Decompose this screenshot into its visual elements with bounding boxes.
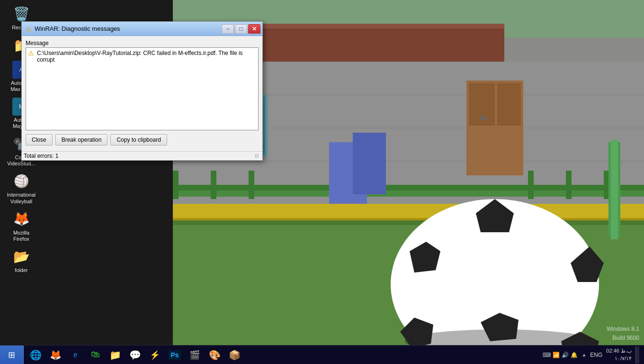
app2-icon: 🎬 bbox=[189, 350, 200, 360]
resize-grip-icon: ⊡ bbox=[255, 153, 260, 159]
svg-rect-19 bbox=[249, 171, 254, 199]
store-icon: 🛍 bbox=[91, 350, 99, 360]
taskbar-system-icons: ⌨ 📶 🔊 🔔 bbox=[543, 352, 578, 358]
icon-firefox[interactable]: 🦊 MozillaFirefox bbox=[2, 208, 40, 244]
message-item: ⚠ C:\Users\amin\Desktop\V-RayTutorial.zi… bbox=[28, 50, 256, 63]
dialog-statusbar: Total errors: 1 ⊡ bbox=[22, 151, 262, 160]
keyboard-icon: ⌨ bbox=[543, 352, 551, 358]
app1-icon: ⚡ bbox=[150, 350, 160, 360]
dialog-title: WinRAR: Diagnostic messages bbox=[35, 25, 120, 32]
taskbar: ⊞ 🌐 🦊 e 🛍 📁 💬 ⚡ bbox=[0, 345, 644, 364]
taskbar-app2[interactable]: 🎬 bbox=[185, 346, 204, 364]
taskbar-expand-btn[interactable]: ▲ bbox=[581, 352, 586, 357]
icon-firefox-label: MozillaFirefox bbox=[13, 230, 29, 242]
title-warning-icon: ⚠ bbox=[26, 25, 32, 33]
taskbar-firefox-icon: 🦊 bbox=[50, 349, 62, 361]
taskbar-firefox[interactable]: 🦊 bbox=[46, 346, 65, 364]
taskbar-explorer[interactable]: 📁 bbox=[106, 346, 125, 364]
taskbar-chrome[interactable]: 🌐 bbox=[26, 346, 45, 364]
maximize-button[interactable]: □ bbox=[235, 24, 247, 34]
taskbar-right: ⌨ 📶 🔊 🔔 ▲ ENG 02:46 ب.ظ ۱۰/۷/۱۴ bbox=[543, 346, 644, 364]
volume-icon: 🔊 bbox=[562, 352, 569, 358]
windows-version: Windows 8.1 Build 9600 bbox=[607, 325, 639, 343]
taskbar-store[interactable]: 🛍 bbox=[86, 346, 105, 364]
svg-rect-28 bbox=[173, 220, 644, 225]
win-version-line2: Build 9600 bbox=[607, 334, 639, 343]
show-desktop-button[interactable] bbox=[635, 346, 639, 364]
icon-volleyball-label: InternationalVolleyball bbox=[7, 192, 36, 204]
svg-rect-17 bbox=[173, 171, 179, 199]
taskbar-app1[interactable]: ⚡ bbox=[145, 346, 164, 364]
icon-folder-label: folder bbox=[15, 267, 28, 273]
skype-icon: 💬 bbox=[129, 349, 141, 361]
chrome-icon: 🌐 bbox=[30, 349, 42, 361]
photoshop-icon: Ps bbox=[169, 350, 180, 360]
svg-rect-24 bbox=[353, 133, 386, 194]
taskbar-language: ENG bbox=[590, 352, 602, 358]
folder-icon: 📂 bbox=[12, 247, 31, 266]
winrar-icon: 📦 bbox=[229, 349, 241, 361]
firefox-icon: 🦊 bbox=[12, 209, 31, 228]
dialog-window-controls: − □ ✕ bbox=[222, 24, 260, 34]
taskbar-paint[interactable]: 🎨 bbox=[205, 346, 224, 364]
ie-icon: e bbox=[73, 350, 77, 360]
taskbar-ie[interactable]: e bbox=[66, 346, 85, 364]
winrar-dialog: ⚠ WinRAR: Diagnostic messages − □ ✕ Mess… bbox=[21, 21, 263, 161]
message-warning-icon: ⚠ bbox=[28, 50, 34, 56]
svg-rect-20 bbox=[528, 171, 534, 199]
break-operation-button[interactable]: Break operation bbox=[55, 134, 108, 146]
dialog-content: Message ⚠ C:\Users\amin\Desktop\V-RayTut… bbox=[22, 36, 262, 151]
close-window-button[interactable]: ✕ bbox=[248, 24, 260, 34]
svg-rect-11 bbox=[481, 116, 486, 120]
dialog-titlebar: ⚠ WinRAR: Diagnostic messages − □ ✕ bbox=[22, 22, 262, 36]
message-list: ⚠ C:\Users\amin\Desktop\V-RayTutorial.zi… bbox=[26, 47, 259, 130]
taskbar-time: 02:46 ب.ظ bbox=[606, 347, 632, 355]
svg-rect-16 bbox=[173, 185, 644, 191]
taskbar-date: ۱۰/۷/۱۴ bbox=[606, 355, 632, 362]
volleyball-icon: 🏐 bbox=[12, 172, 31, 191]
win-version-line1: Windows 8.1 bbox=[607, 325, 639, 334]
message-label: Message bbox=[26, 40, 259, 46]
minimize-button[interactable]: − bbox=[222, 24, 234, 34]
taskbar-winrar[interactable]: 📦 bbox=[225, 346, 244, 364]
copy-to-clipboard-button[interactable]: Copy to clipboard bbox=[110, 134, 167, 146]
svg-rect-10 bbox=[497, 83, 521, 126]
notification-icon: 🔔 bbox=[571, 352, 578, 358]
svg-rect-18 bbox=[211, 171, 216, 199]
svg-rect-26 bbox=[173, 218, 644, 220]
taskbar-clock: 02:46 ب.ظ ۱۰/۷/۱۴ bbox=[606, 347, 632, 362]
close-button[interactable]: Close bbox=[26, 134, 53, 146]
network-icon: 📶 bbox=[553, 352, 560, 358]
start-icon: ⊞ bbox=[8, 350, 15, 360]
explorer-icon: 📁 bbox=[109, 349, 121, 361]
svg-rect-21 bbox=[566, 171, 572, 199]
start-button[interactable]: ⊞ bbox=[0, 346, 24, 364]
desktop: 🗑️ Recyc... 📁 A Autode...Max 20... M Aut… bbox=[0, 0, 644, 364]
icon-volleyball[interactable]: 🏐 InternationalVolleyball bbox=[2, 170, 40, 206]
taskbar-skype[interactable]: 💬 bbox=[125, 346, 144, 364]
total-errors-text: Total errors: 1 bbox=[24, 153, 58, 159]
dialog-window: ⚠ WinRAR: Diagnostic messages − □ ✕ Mess… bbox=[21, 21, 263, 161]
recycle-bin-icon: 🗑️ bbox=[12, 4, 31, 23]
svg-rect-15 bbox=[173, 190, 644, 197]
taskbar-photoshop[interactable]: Ps bbox=[165, 346, 184, 364]
dialog-action-buttons: Close Break operation Copy to clipboard bbox=[26, 134, 259, 146]
message-text: C:\Users\amin\Desktop\V-RayTutorial.zip:… bbox=[37, 50, 256, 63]
svg-rect-38 bbox=[611, 140, 618, 239]
taskbar-apps: 🌐 🦊 e 🛍 📁 💬 ⚡ Ps 🎬 bbox=[24, 346, 543, 364]
icon-folder[interactable]: 📂 folder bbox=[2, 245, 40, 275]
paint-icon: 🎨 bbox=[209, 349, 221, 361]
